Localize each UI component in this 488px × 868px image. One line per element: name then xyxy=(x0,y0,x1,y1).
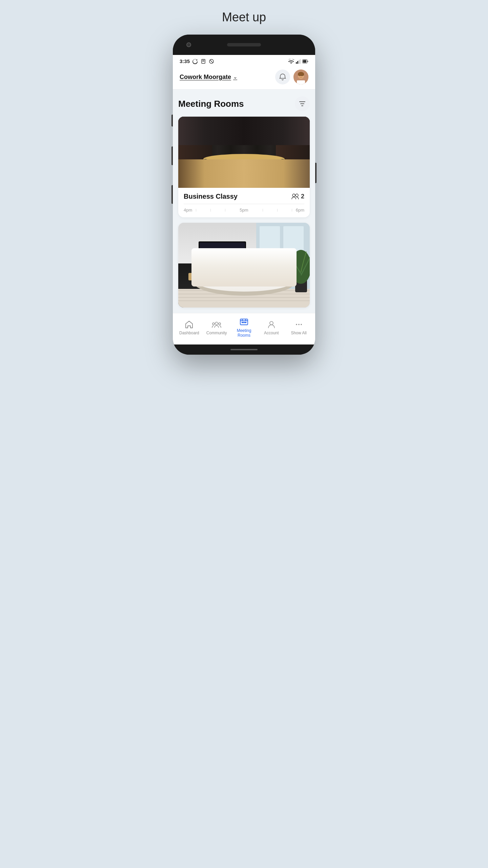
nav-label-account: Account xyxy=(264,331,279,335)
content-area: Meeting Rooms xyxy=(173,90,315,308)
bell-icon xyxy=(279,73,286,81)
svg-point-68 xyxy=(252,267,258,274)
tick xyxy=(196,209,196,212)
svg-rect-65 xyxy=(249,273,256,279)
wifi-icon xyxy=(288,59,294,64)
storage-icon xyxy=(201,59,206,64)
show-all-icon xyxy=(295,320,303,329)
room-image-2 xyxy=(178,223,310,308)
svg-point-32 xyxy=(209,160,222,174)
room-image-1 xyxy=(178,117,310,188)
status-right xyxy=(288,59,308,64)
svg-rect-8 xyxy=(300,59,301,64)
svg-point-15 xyxy=(299,75,300,76)
svg-point-33 xyxy=(220,161,232,174)
nav-label-meeting-rooms: MeetingRooms xyxy=(237,328,251,338)
svg-rect-82 xyxy=(245,322,246,323)
svg-point-35 xyxy=(266,160,279,174)
phone-top-bar xyxy=(173,35,315,55)
svg-marker-23 xyxy=(178,178,310,188)
community-icon xyxy=(212,320,221,329)
phone-screen: 3:35 xyxy=(173,55,315,344)
svg-point-64 xyxy=(234,267,239,274)
svg-rect-6 xyxy=(297,61,298,64)
chevron-down-icon: ⌄ xyxy=(233,74,237,80)
nav-item-dashboard[interactable]: Dashboard xyxy=(176,320,203,335)
svg-rect-57 xyxy=(255,273,264,280)
svg-point-70 xyxy=(291,250,310,284)
tick xyxy=(263,209,263,212)
svg-point-37 xyxy=(243,161,245,165)
block-icon xyxy=(209,59,214,64)
bottom-nav: Dashboard Community xyxy=(173,313,315,344)
svg-rect-1 xyxy=(202,60,204,61)
people-icon-1 xyxy=(291,194,299,200)
svg-point-85 xyxy=(298,324,300,325)
svg-rect-56 xyxy=(224,273,233,280)
svg-point-26 xyxy=(261,123,271,127)
avatar-image xyxy=(293,70,308,84)
svg-rect-55 xyxy=(212,273,222,280)
section-title: Meeting Rooms xyxy=(178,99,244,109)
svg-point-40 xyxy=(296,194,298,197)
status-bar: 3:35 xyxy=(173,55,315,66)
nav-item-show-all[interactable]: Show All xyxy=(285,320,312,335)
svg-rect-14 xyxy=(298,74,304,76)
nav-item-meeting-rooms[interactable]: MeetingRooms xyxy=(230,317,258,338)
notification-button[interactable] xyxy=(275,70,290,84)
mute-button xyxy=(171,115,173,126)
svg-point-86 xyxy=(301,324,302,325)
location-selector[interactable]: Cowork Moorgate ⌄ xyxy=(180,74,237,81)
svg-rect-10 xyxy=(303,60,306,63)
svg-marker-22 xyxy=(276,117,310,188)
sync-icon xyxy=(192,59,198,64)
bright-room-svg xyxy=(178,223,310,308)
svg-point-67 xyxy=(248,267,253,274)
svg-rect-2 xyxy=(202,61,204,62)
svg-line-4 xyxy=(210,60,213,63)
dashboard-icon xyxy=(185,320,194,329)
svg-rect-5 xyxy=(296,62,297,64)
tick xyxy=(210,209,211,212)
svg-point-36 xyxy=(277,159,289,173)
user-avatar[interactable] xyxy=(293,70,308,84)
app-title: Meet up xyxy=(222,10,266,24)
signal-icon xyxy=(296,59,301,64)
svg-point-38 xyxy=(217,117,271,123)
app-header: Cowork Moorgate ⌄ xyxy=(173,66,315,90)
svg-rect-17 xyxy=(297,80,305,84)
nav-label-show-all: Show All xyxy=(291,331,307,335)
nav-item-account[interactable]: Account xyxy=(258,320,285,335)
svg-point-31 xyxy=(199,159,211,173)
svg-point-52 xyxy=(194,268,295,292)
svg-marker-21 xyxy=(178,117,212,188)
filter-button[interactable] xyxy=(295,96,310,111)
time-label-1-1: 5pm xyxy=(239,208,249,213)
speaker xyxy=(227,43,261,46)
svg-rect-80 xyxy=(242,322,243,323)
status-time: 3:35 xyxy=(180,58,190,64)
svg-point-62 xyxy=(229,267,239,277)
phone-frame: 3:35 xyxy=(173,35,315,355)
svg-rect-44 xyxy=(260,226,280,260)
tick xyxy=(277,209,278,212)
capacity-count-1: 2 xyxy=(301,193,304,200)
time-label-1-2: 6pm xyxy=(294,208,304,213)
room-card-2[interactable] xyxy=(178,223,310,308)
account-icon xyxy=(268,320,275,329)
nav-item-community[interactable]: Community xyxy=(203,320,230,335)
svg-point-30 xyxy=(203,154,285,164)
svg-point-84 xyxy=(296,324,297,325)
svg-point-73 xyxy=(215,322,218,325)
svg-point-66 xyxy=(248,267,258,277)
svg-point-75 xyxy=(219,323,221,325)
svg-point-74 xyxy=(212,323,215,325)
status-left: 3:35 xyxy=(180,58,214,64)
meeting-rooms-icon xyxy=(240,317,248,327)
room-card-1[interactable]: Business Classy 2 xyxy=(178,117,310,217)
filter-icon xyxy=(299,100,306,107)
room-card-top-1: Business Classy 2 xyxy=(184,193,304,200)
svg-rect-7 xyxy=(299,60,300,64)
home-indicator xyxy=(230,349,258,350)
svg-rect-81 xyxy=(243,322,245,323)
